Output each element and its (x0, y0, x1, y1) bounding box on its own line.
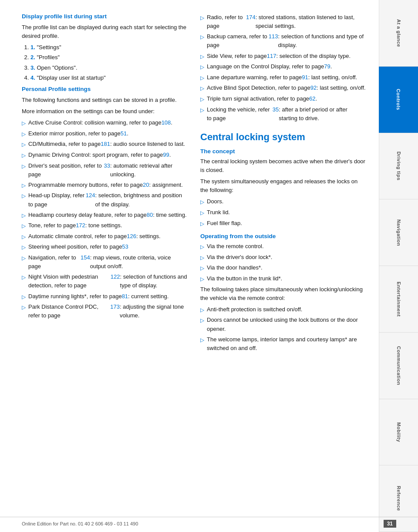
personal-profile-item: ▷Tone, refer to page 172: tone settings. (22, 221, 187, 230)
list-item-text: Daytime running lights*, refer to page (28, 292, 122, 301)
sidebar-tab-mobility[interactable]: Mobility (379, 399, 418, 466)
display-profile-title: Display profile list during start (22, 13, 187, 20)
sidebar-tab-driving-tips[interactable]: Driving tips (379, 133, 418, 200)
list-item-suffix: . (169, 151, 171, 159)
list-item-suffix: . (316, 94, 317, 103)
page-link: 173 (110, 303, 120, 311)
bullet-arrow: ▷ (22, 162, 26, 171)
right-column-item: ▷Locking the vehicle, refer to page 35: … (200, 105, 366, 123)
list-item-suffix: : adjusting the signal tone volume. (120, 303, 187, 320)
list-item-suffix: : selection, brightness and position of … (95, 191, 187, 209)
display-profile-steps: 1. "Settings" 2. "Profiles" 3. Open "Opt… (30, 43, 187, 82)
list-item-suffix: : time setting. (153, 211, 186, 219)
personal-profile-item: ▷Exterior mirror position, refer to page… (22, 129, 187, 138)
list-item-text: Via the driver's door lock*. (207, 253, 272, 262)
right-column-item: ▷Triple turn signal activation, refer to… (200, 94, 366, 104)
personal-profile-item: ▷Headlamp courtesy delay feature, refer … (22, 211, 187, 220)
list-item-text: Steering wheel position, refer to page (28, 242, 122, 251)
step-2: 2. "Profiles" (30, 53, 187, 62)
outside-bullet: ▷The welcome lamps, interior lamps and c… (200, 335, 366, 353)
list-item-suffix: . (330, 62, 332, 71)
personal-profile-item: ▷Navigation, refer to page 154: map view… (22, 253, 187, 271)
personal-profile-title: Personal Profile settings (22, 86, 187, 92)
list-item-suffix: : automatic retrieval after unlocking. (110, 162, 187, 179)
outside-title: Operating from the outside (200, 233, 366, 239)
outside-text: The following takes place simultaneously… (200, 285, 366, 303)
list-item-text: Driver's seat position, refer to page (28, 162, 104, 179)
page-link: 20 (143, 181, 149, 189)
bullet-arrow: ▷ (200, 336, 204, 344)
bullet-arrow: ▷ (200, 306, 204, 314)
page-link: 181 (101, 140, 110, 148)
list-item-text: Park Distance Control PDC, refer to page (28, 303, 110, 320)
step-4: 4. "Display user list at startup" (30, 74, 187, 82)
bullet-arrow: ▷ (22, 141, 26, 149)
list-item-suffix: : after a brief period or after starting… (279, 105, 366, 123)
list-item-text: Locking the vehicle, refer to page (207, 105, 273, 123)
concept-item: ▷Fuel filler flap. (200, 219, 366, 228)
list-item-suffix: : settings. (136, 232, 161, 241)
list-item-suffix: . (127, 129, 128, 138)
sidebar-tab-at-a-glance[interactable]: At a glance (379, 0, 418, 67)
outside-items-list: ▷Via the remote control.▷Via the driver'… (200, 242, 366, 283)
sidebar-tab-entertainment[interactable]: Entertainment (379, 266, 418, 333)
page-link: 124 (86, 191, 95, 200)
concept-item: ▷Doors. (200, 197, 366, 206)
page-link: 35 (273, 105, 279, 114)
bullet-arrow: ▷ (200, 84, 204, 93)
personal-profile-item: ▷Head-up Display, refer to page 124: sel… (22, 191, 187, 209)
page-link: 91 (302, 73, 308, 82)
bullet-arrow: ▷ (22, 254, 26, 263)
bullet-arrow: ▷ (22, 192, 26, 200)
list-item-suffix: : tone settings. (85, 221, 122, 230)
outside-item: ▷Via the button in the trunk lid*. (200, 274, 366, 283)
bullet-arrow: ▷ (200, 220, 204, 228)
two-column-layout: Display profile list during start The pr… (22, 13, 366, 354)
bullet-arrow: ▷ (22, 303, 26, 312)
concept-items-list: ▷Doors.▷Trunk lid.▷Fuel filler flap. (200, 197, 366, 228)
sidebar-tab-controls[interactable]: Controls (379, 67, 418, 133)
list-item-text: Side View, refer to page (207, 52, 267, 61)
list-item-text: Doors. (207, 197, 223, 206)
outside-bullet: ▷Anti-theft protection is switched on/of… (200, 305, 366, 314)
list-item-text: Head-up Display, refer to page (28, 191, 86, 209)
page-link: 172 (76, 221, 85, 230)
bullet-arrow: ▷ (22, 222, 26, 230)
bullet-arrow: ▷ (200, 264, 204, 273)
bullet-arrow: ▷ (200, 33, 204, 41)
list-item-text: Programmable memory buttons, refer to pa… (28, 181, 143, 189)
personal-profile-intro2: More information on the settings can be … (22, 107, 187, 116)
right-column-item: ▷Backup camera, refer to page 113: selec… (200, 32, 366, 50)
bullet-arrow: ▷ (22, 293, 26, 301)
list-item-text: Automatic climate control, refer to page (28, 232, 127, 241)
list-item-text: Via the door handles*. (207, 263, 263, 272)
bullet-arrow: ▷ (22, 119, 26, 128)
right-column-item: ▷Language on the Control Display, refer … (200, 62, 366, 71)
page-link: 79 (324, 62, 330, 71)
bullet-arrow: ▷ (22, 182, 26, 190)
right-column-item: ▷Active Blind Spot Detection, refer to p… (200, 84, 366, 93)
list-item-suffix: : stored stations, station listened to l… (256, 13, 366, 30)
page-link: 92 (310, 84, 317, 92)
bullet-arrow: ▷ (22, 273, 26, 282)
central-locking-title: Central locking system (200, 131, 366, 143)
list-item-text: Lane departure warning, refer to page (207, 73, 302, 82)
concept-title: The concept (200, 148, 366, 155)
concept-text2: The system simultaneously engages and re… (200, 177, 366, 195)
sidebar-tab-navigation[interactable]: Navigation (379, 199, 418, 266)
list-item-suffix: : selection of functions and type of dis… (278, 32, 366, 50)
list-item-suffix: : selection of the display type. (276, 52, 351, 61)
list-item-suffix: : last setting, on/off. (317, 84, 366, 92)
page-link: 154 (81, 253, 90, 262)
sidebar-tab-communication[interactable]: Communication (379, 333, 418, 399)
page-link: 117 (267, 52, 276, 61)
page-link: 113 (269, 32, 278, 41)
list-item-text: Doors cannot be unlocked using the lock … (207, 316, 366, 333)
personal-profile-item: ▷CD/Multimedia, refer to page 181: audio… (22, 140, 187, 149)
personal-profile-item: ▷Steering wheel position, refer to page … (22, 242, 187, 252)
page-link: 51 (121, 129, 127, 138)
bullet-arrow: ▷ (200, 53, 204, 61)
page-link: 81 (122, 292, 128, 301)
outside-bullet: ▷Doors cannot be unlocked using the lock… (200, 316, 366, 333)
list-item-text: CD/Multimedia, refer to page (28, 140, 101, 148)
